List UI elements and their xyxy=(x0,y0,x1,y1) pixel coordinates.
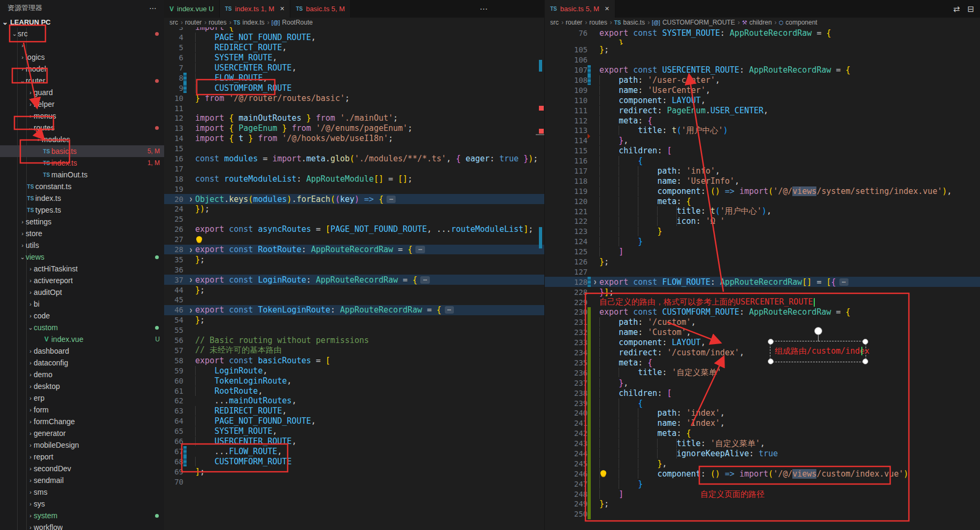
code-line-240[interactable]: 240 path: 'index', xyxy=(545,408,980,418)
code-line-123[interactable]: 123 } xyxy=(545,227,980,237)
tree-item-mainOut.ts[interactable]: TSmainOut.ts xyxy=(0,169,164,181)
code-line-245[interactable]: 245 }, xyxy=(545,458,980,469)
tab-index.vue[interactable]: Vindex.vue U xyxy=(164,0,220,18)
code-line-248[interactable]: 248 ] xyxy=(545,489,980,499)
code-line-115[interactable]: 115 children: [ xyxy=(545,146,980,156)
tree-item-formChange[interactable]: ›formChange xyxy=(0,416,164,427)
fold-chevron-icon[interactable]: ❯ xyxy=(187,247,195,253)
tree-item-form[interactable]: ›form xyxy=(0,404,164,416)
fold-chevron-icon[interactable]: ❯ xyxy=(591,279,599,285)
code-line-28[interactable]: 28❯export const RootRoute: AppRouteRecor… xyxy=(164,245,544,255)
code-line-64[interactable]: 64 PAGE_NOT_FOUND_ROUTE, xyxy=(164,416,544,426)
code-line-239[interactable]: 239 { xyxy=(545,398,980,408)
code-line-44[interactable]: 44}; xyxy=(164,285,544,295)
code-line-119[interactable]: 119 component: () => import('/@/views/sy… xyxy=(545,186,980,196)
code-line-46[interactable]: 46❯export const TokenLoginRoute: AppRout… xyxy=(164,305,544,315)
tree-item-bi[interactable]: ›bi xyxy=(0,298,164,310)
breadcrumb-item-CUSTOMFORM_ROUTE[interactable]: ›[@]CUSTOMFORM_ROUTE xyxy=(647,19,735,26)
breadcrumb-item-routes[interactable]: ›routes xyxy=(204,19,226,26)
code-line-37[interactable]: 37❯export const LoginRoute: AppRouteReco… xyxy=(164,275,544,285)
code-line-244[interactable]: 244 ignoreKeepAlive: true xyxy=(545,449,980,459)
code-line-55[interactable]: 55 xyxy=(164,325,544,336)
code-line-27[interactable]: 27 xyxy=(164,235,544,245)
code-line-12[interactable]: 12import { mainOutRoutes } from './mainO… xyxy=(164,113,544,123)
tree-item-generator[interactable]: ›generator xyxy=(0,427,164,439)
code-line-110[interactable]: 110 component: LAYOUT, xyxy=(545,95,980,105)
tree-item-erp[interactable]: ›erp xyxy=(0,392,164,404)
code-line-19[interactable]: 19 xyxy=(164,184,544,194)
split-editor-icon[interactable]: ⊟ xyxy=(967,4,974,14)
code-line-45[interactable]: 45 xyxy=(164,295,544,305)
breadcrumb-item-src[interactable]: src xyxy=(550,19,559,26)
scrollbar-slider-edge[interactable] xyxy=(536,134,544,135)
tree-item-report[interactable]: ›report xyxy=(0,451,164,463)
breadcrumb-item-children[interactable]: ›⚒children xyxy=(738,19,772,26)
tree-item-helper[interactable]: ›helper xyxy=(0,98,164,110)
code-line-25[interactable]: 25 xyxy=(164,214,544,224)
code-line-17[interactable]: 17 xyxy=(164,163,544,174)
code-line-9[interactable]: 9 CUSTOMFORM_ROUTE xyxy=(164,83,544,93)
workspace-root[interactable]: ⌄ LEARUN PC xyxy=(0,16,164,28)
code-line-63[interactable]: 63 REDIRECT_ROUTE, xyxy=(164,406,544,416)
code-line-57[interactable]: 57// 未经许可的基本路由 xyxy=(164,346,544,356)
code-line-120[interactable]: 120 meta: { xyxy=(545,196,980,206)
code-line-62[interactable]: 62 ...mainOutRoutes, xyxy=(164,396,544,406)
tree-item-sms[interactable]: ›sms xyxy=(0,486,164,498)
tab-basic.ts[interactable]: TSbasic.ts 5, M✕ xyxy=(545,0,615,18)
tree-item-menus[interactable]: ›menus xyxy=(0,110,164,122)
code-line-24[interactable]: 24}); xyxy=(164,204,544,214)
breadcrumb-item-src[interactable]: src xyxy=(169,19,178,26)
tree-item-src[interactable]: ⌄src xyxy=(0,28,164,40)
tree-item-workflow[interactable]: ›workflow xyxy=(0,521,164,530)
tree-item-basic.ts[interactable]: TSbasic.ts5, M xyxy=(0,145,164,157)
tree-item-sendmail[interactable]: ›sendmail xyxy=(0,474,164,486)
tree-item-routes[interactable]: ⌄routes xyxy=(0,122,164,134)
tree-item-mobileDesign[interactable]: ›mobileDesign xyxy=(0,439,164,451)
code-line-105[interactable]: 105}; xyxy=(545,45,980,55)
code-line-61[interactable]: 61 RootRoute, xyxy=(164,386,544,396)
code-line-108[interactable]: 108 path: '/user-center', xyxy=(545,75,980,85)
breadcrumb-item-basic.ts[interactable]: ›TSbasic.ts xyxy=(610,19,645,26)
tree-item-types.ts[interactable]: TStypes.ts xyxy=(0,204,164,216)
code-line-242[interactable]: 242 meta: { xyxy=(545,428,980,439)
tab-basic.ts[interactable]: TSbasic.ts 5, M xyxy=(290,0,351,18)
code-line-15[interactable]: 15 xyxy=(164,144,544,154)
code-line-67[interactable]: 67 ...FLOW_ROUTE, xyxy=(164,446,544,456)
code-line-113[interactable]: 113 title: t('用户中心') xyxy=(545,126,980,136)
close-icon[interactable]: ✕ xyxy=(605,5,609,12)
breadcrumb-item-component[interactable]: ›⬡component xyxy=(775,19,817,26)
code-line-13[interactable]: 13import { PageEnum } from '/@/enums/pag… xyxy=(164,123,544,134)
lightbulb-icon[interactable] xyxy=(196,236,202,242)
tree-item-custom[interactable]: ⌄custom xyxy=(0,322,164,333)
code-line-60[interactable]: 60 TokenLoginRoute, xyxy=(164,376,544,386)
fold-chevron-icon[interactable]: ❯ xyxy=(187,196,195,202)
tree-item-demo[interactable]: ›demo xyxy=(0,369,164,380)
code-line-5[interactable]: 5 REDIRECT_ROUTE, xyxy=(164,43,544,53)
code-line-65[interactable]: 65 SYSTEM_ROUTE, xyxy=(164,426,544,437)
tree-item-index.vue[interactable]: Vindex.vueU xyxy=(0,333,164,345)
code-line-68[interactable]: 68 CUSTOMFORM_ROUTE xyxy=(164,456,544,466)
code-line-4[interactable]: 4 PAGE_NOT_FOUND_ROUTE, xyxy=(164,33,544,43)
tree-item-guard[interactable]: ›guard xyxy=(0,87,164,98)
code-line-236[interactable]: 236 title: '自定义菜单' xyxy=(545,368,980,378)
fold-chevron-icon[interactable]: ❯ xyxy=(187,307,195,313)
code-line-126[interactable]: 126}; xyxy=(545,257,980,267)
breadcrumb-item-router[interactable]: ›router xyxy=(561,19,582,26)
tree-item-store[interactable]: ›store xyxy=(0,228,164,239)
code-line-36[interactable]: 36 xyxy=(164,264,544,275)
tree-item-hidden[interactable]: › xyxy=(0,40,164,51)
code-line-127[interactable]: 127 xyxy=(545,267,980,277)
tree-item-auditOpt[interactable]: ›auditOpt xyxy=(0,286,164,298)
code-line[interactable]: } xyxy=(545,38,980,45)
code-line-243[interactable]: 243 title: '自定义菜单', xyxy=(545,439,980,449)
code-line-121[interactable]: 121 title: t('用户中心'), xyxy=(545,206,980,216)
code-line-228[interactable]: 228}]; xyxy=(545,287,980,297)
code-line-230[interactable]: 230export const CUSTOMFORM_ROUTE: AppRou… xyxy=(545,307,980,317)
code-line-109[interactable]: 109 name: 'UserCenter', xyxy=(545,85,980,95)
code-line-232[interactable]: 232 name: 'Custom', xyxy=(545,328,980,338)
folded-ellipsis[interactable]: ⋯ xyxy=(420,276,429,284)
code-line-229[interactable]: 229自己定义的路由，格式可以参考上面的USERCENTER_ROUTE xyxy=(545,297,980,307)
code-line-11[interactable]: 11 xyxy=(164,103,544,113)
code-line-20[interactable]: 20❯Object.keys(modules).forEach((key) =>… xyxy=(164,194,544,204)
code-line-16[interactable]: 16const modules = import.meta.glob('./mo… xyxy=(164,154,544,164)
